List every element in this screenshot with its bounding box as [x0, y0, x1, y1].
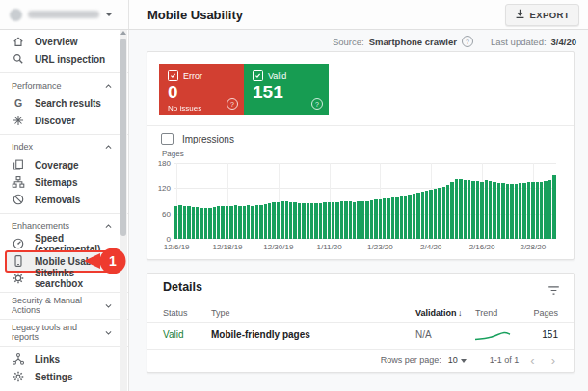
bar — [552, 175, 555, 239]
bar — [247, 205, 250, 239]
sidebar-section-legacy-tools-and-reports[interactable]: Legacy tools and reports — [0, 324, 128, 341]
filter-icon[interactable] — [548, 282, 560, 300]
help-icon[interactable]: ? — [462, 36, 473, 47]
col-validation[interactable]: Validation — [415, 308, 457, 318]
chevron-down-icon — [104, 301, 113, 310]
bar — [404, 196, 407, 239]
bar — [281, 201, 283, 239]
bar — [468, 180, 470, 239]
sidebar-section-performance[interactable]: Performance — [0, 77, 128, 94]
x-axis: 12/6/1912/18/1912/30/191/11/201/23/202/4… — [174, 243, 556, 252]
x-tick-label: 1/23/20 — [367, 243, 393, 251]
bar — [357, 201, 360, 239]
sidebar-item-label: URL inspection — [35, 54, 105, 65]
bar — [353, 202, 356, 239]
sidebar-item-label: Links — [35, 354, 60, 365]
unchecked-checkbox-icon[interactable] — [161, 133, 174, 145]
next-page-button[interactable]: › — [547, 354, 560, 367]
impressions-toggle[interactable]: Impressions — [161, 133, 234, 145]
bar — [174, 206, 177, 239]
sidebar-item-discover[interactable]: Discover — [0, 112, 128, 129]
bar — [493, 182, 495, 239]
bar — [192, 207, 195, 239]
x-tick-label: 2/16/20 — [469, 243, 495, 251]
sidebar-item-coverage[interactable]: Coverage — [0, 156, 128, 173]
checked-checkbox-icon[interactable] — [168, 70, 178, 81]
discover-icon — [12, 114, 25, 127]
sidebar-item-links[interactable]: Links — [0, 351, 128, 368]
x-tick-label: 2/28/20 — [520, 243, 546, 251]
row-status: Valid — [163, 329, 184, 340]
col-pages[interactable]: Pages — [533, 308, 558, 318]
sidebar-item-overview[interactable]: Overview — [0, 33, 128, 50]
bar — [522, 183, 525, 239]
error-card[interactable]: Error 0 No issues ? — [159, 64, 244, 115]
sidebar-item-url-inspection[interactable]: URL inspection — [0, 50, 128, 67]
section-label: Security & Manual Actions — [12, 296, 104, 315]
bar — [413, 194, 415, 239]
sidebar-item-search-results[interactable]: GSearch results — [0, 94, 128, 112]
speed-icon — [12, 237, 25, 250]
bar-series-valid[interactable] — [174, 163, 556, 239]
section-label: Index — [12, 143, 33, 152]
help-icon[interactable]: ? — [227, 98, 238, 110]
mobile-usability-chart[interactable]: 060120180 — [174, 163, 556, 239]
bar — [217, 206, 220, 239]
x-tick-label: 2/4/20 — [420, 243, 441, 251]
search-icon — [12, 52, 25, 65]
sidebar-item-removals[interactable]: Removals — [0, 191, 128, 208]
rows-per-page-select[interactable]: 10 — [448, 355, 467, 365]
bar — [438, 188, 441, 239]
col-status[interactable]: Status — [163, 308, 188, 318]
scrollbar-thumb[interactable] — [120, 39, 126, 236]
bar — [277, 202, 280, 239]
sidebar-scrollbar[interactable] — [120, 29, 127, 391]
bar — [510, 184, 513, 239]
section-label: Performance — [12, 81, 62, 91]
sidebar-section-index[interactable]: Index — [0, 139, 128, 156]
x-tick-label: 12/18/19 — [212, 243, 242, 251]
help-icon[interactable]: ? — [311, 98, 323, 110]
bar — [226, 206, 228, 239]
last-updated-label: Last updated: — [491, 37, 547, 47]
bar — [497, 183, 500, 239]
search-console-app: Mobile Usability EXPORT OverviewURL insp… — [0, 0, 588, 391]
property-selector[interactable] — [0, 0, 129, 29]
chevron-down-icon — [105, 13, 113, 16]
table-row[interactable]: Valid Mobile-friendly pages N/A 151 — [147, 329, 574, 343]
table-footer: Rows per page: 10 1-1 of 1 ‹ › — [147, 350, 574, 371]
searchbox-icon — [12, 272, 25, 285]
sidebar-item-label: Overview — [35, 37, 77, 47]
annotation-number: 1 — [109, 253, 117, 269]
last-updated-value: 3/4/20 — [551, 37, 576, 47]
bar — [434, 189, 437, 239]
property-name-blurred — [28, 11, 99, 18]
section-label: Legacy tools and reports — [12, 323, 104, 342]
sidebar-item-settings[interactable]: Settings — [0, 368, 128, 385]
bar — [335, 202, 338, 239]
checked-checkbox-icon[interactable] — [253, 70, 263, 81]
bar — [243, 206, 246, 239]
home-icon — [12, 35, 25, 48]
download-icon — [515, 9, 525, 21]
bar — [259, 205, 262, 239]
col-trend[interactable]: Trend — [475, 308, 497, 318]
export-button[interactable]: EXPORT — [505, 4, 579, 26]
valid-card[interactable]: Valid 151 ? — [244, 64, 329, 115]
sidebar-item-label: Coverage — [35, 160, 79, 170]
page-title: Mobile Usability — [129, 8, 243, 22]
bar — [446, 185, 449, 239]
bar — [450, 182, 453, 239]
sidebar-item-sitemaps[interactable]: Sitemaps — [0, 173, 128, 191]
bar — [379, 199, 382, 239]
y-axis-label: Pages — [162, 149, 184, 158]
bar — [489, 181, 492, 239]
sidebar-section-security-manual-actions[interactable]: Security & Manual Actions — [0, 297, 128, 314]
bar — [515, 184, 518, 239]
sort-descending-icon[interactable]: ↓ — [458, 308, 463, 318]
col-type[interactable]: Type — [211, 308, 230, 318]
bar — [255, 205, 258, 239]
previous-page-button[interactable]: ‹ — [525, 354, 539, 367]
y-tick-label: 60 — [149, 210, 171, 219]
rows-per-page-label: Rows per page: — [381, 355, 441, 365]
